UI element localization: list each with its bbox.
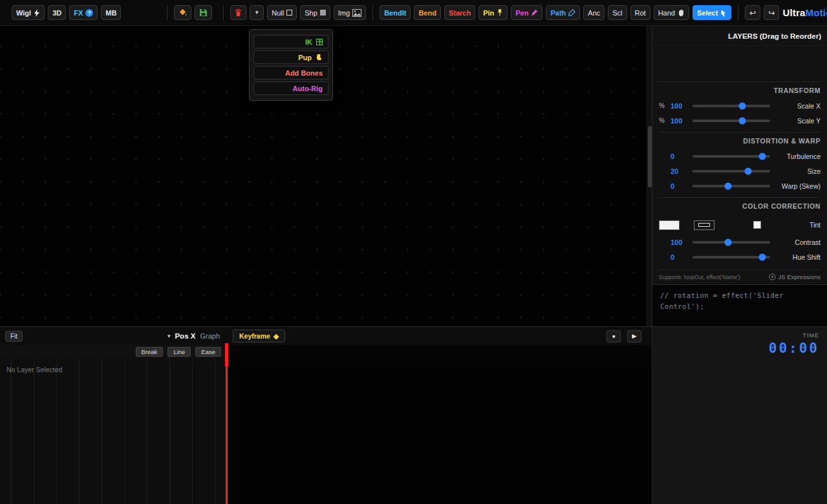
keyframe-diamond-icon: ◆	[274, 332, 279, 340]
anchor-label: Anc	[588, 9, 600, 17]
3d-button[interactable]: 3D	[48, 5, 66, 20]
fit-button[interactable]: Fit	[5, 331, 23, 342]
slider-value: 0	[671, 152, 687, 160]
help-icon: ?	[85, 9, 93, 17]
tint-color-swatch-dark[interactable]	[694, 220, 714, 230]
rotate-tool-button[interactable]: Rot	[630, 5, 650, 20]
js-expressions-icon	[769, 273, 776, 280]
slider-label: Turbulence	[775, 152, 821, 160]
ease-button[interactable]: Ease	[195, 347, 221, 357]
delete-button[interactable]	[230, 5, 246, 20]
slider-prefix: %	[659, 117, 665, 124]
outline-square-icon	[286, 10, 292, 16]
slider-thumb[interactable]	[745, 167, 752, 174]
slider-thumb[interactable]	[738, 102, 746, 109]
starch-button[interactable]: Starch	[444, 5, 475, 20]
playhead-line[interactable]	[226, 343, 228, 504]
layer-dropdown-button[interactable]: ▼	[250, 5, 264, 20]
add-bones-label: Add Bones	[285, 69, 323, 77]
slider-track[interactable]	[693, 170, 770, 173]
pen-label: Pen	[515, 9, 528, 17]
tint-checkbox[interactable]	[753, 221, 761, 229]
slider-row-size: 20 Size	[659, 163, 821, 178]
slider-row-scale-x: % 100 Scale X	[659, 98, 821, 113]
scale-tool-button[interactable]: Scl	[608, 5, 627, 20]
fx-button[interactable]: FX ?	[69, 5, 98, 20]
stop-button[interactable]: ■	[607, 330, 621, 342]
graph-editor: No Layer Selected	[0, 358, 652, 504]
canvas-scrollbar[interactable]	[647, 26, 652, 326]
menu-item-ik[interactable]: IK	[253, 35, 328, 48]
hand-icon	[678, 9, 685, 17]
slider-thumb[interactable]	[725, 238, 732, 246]
pin-button[interactable]: Pin	[478, 5, 508, 20]
slider-track[interactable]	[693, 155, 770, 158]
graph-grid-area[interactable]: No Layer Selected	[0, 358, 226, 504]
slider-row-scale-y: % 100 Scale Y	[659, 113, 821, 128]
slider-label: Size	[775, 167, 821, 175]
add-keyframe-button[interactable]: Keyframe ◆	[233, 330, 285, 342]
path-pen-icon	[568, 9, 575, 16]
slider-track[interactable]	[693, 185, 770, 187]
save-button[interactable]	[195, 5, 212, 20]
shape-label: Shp	[305, 9, 317, 17]
mb-button[interactable]: MB	[101, 5, 121, 20]
anchor-button[interactable]: Anc	[583, 5, 605, 20]
js-expressions-badge: JS Expressions	[769, 273, 821, 280]
null-object-button[interactable]: Null	[267, 5, 297, 20]
timeline-header-right: Keyframe ◆ ■ ▶	[226, 327, 652, 345]
interpolation-buttons: Break Line Ease	[0, 345, 226, 358]
starch-label: Starch	[449, 9, 471, 17]
hand-tool-button[interactable]: Hand	[654, 5, 689, 20]
fx-label: FX	[74, 9, 83, 17]
slider-label: Hue Shift	[775, 253, 821, 261]
composition-canvas[interactable]: IK Pup Add Bones Auto-Rig	[0, 26, 647, 326]
slider-value: 100	[671, 102, 687, 110]
play-button[interactable]: ▶	[627, 330, 641, 342]
slider-thumb[interactable]	[725, 182, 732, 189]
tint-color-swatch-light[interactable]	[659, 220, 680, 230]
timeline-track-area[interactable]	[226, 358, 652, 504]
wiggle-button[interactable]: Wigl	[12, 5, 45, 20]
menu-item-puppet[interactable]: Pup	[253, 50, 328, 64]
shape-button[interactable]: Shp	[300, 5, 330, 20]
slider-track[interactable]	[693, 241, 770, 244]
undo-button[interactable]: ↩	[745, 5, 760, 20]
expression-code-editor[interactable]: // rotation = effect('Slider Control');	[652, 284, 827, 331]
line-button[interactable]: Line	[167, 347, 191, 357]
slider-track[interactable]	[693, 120, 770, 122]
break-button[interactable]: Break	[136, 347, 164, 357]
timeline-ruler-strip[interactable]	[226, 345, 652, 358]
slider-track[interactable]	[693, 256, 770, 258]
property-dropdown-caret-icon[interactable]: ▾	[167, 333, 171, 339]
bendit-button[interactable]: BendIt	[380, 5, 411, 20]
property-dropdown[interactable]: Pos X	[175, 332, 195, 340]
slider-thumb[interactable]	[759, 253, 766, 260]
pen-button[interactable]: Pen	[511, 5, 542, 20]
pin-label: Pin	[483, 9, 494, 17]
path-button[interactable]: Path	[546, 5, 580, 20]
expressions-supports-text: Supports: loopOut, effect('Name')	[659, 274, 740, 280]
stop-icon: ■	[612, 334, 615, 339]
chevron-down-icon: ▼	[254, 10, 259, 16]
effect-controls: TRANSFORM % 100 Scale X % 100 Scale Y DI…	[652, 78, 827, 331]
select-tool-button[interactable]: Select	[693, 5, 731, 20]
menu-item-add-bones[interactable]: Add Bones	[253, 66, 328, 79]
cursor-arrow-icon	[720, 9, 727, 17]
image-button[interactable]: Img	[334, 5, 366, 20]
slider-track[interactable]	[693, 105, 770, 107]
menu-item-auto-rig[interactable]: Auto-Rig	[253, 81, 328, 95]
slider-thumb[interactable]	[759, 152, 766, 160]
bend-button[interactable]: Bend	[414, 5, 441, 20]
graph-label: Graph	[200, 332, 220, 340]
fill-bucket-button[interactable]	[174, 5, 191, 20]
redo-button[interactable]: ↪	[764, 5, 779, 20]
slider-value: 100	[671, 117, 687, 125]
slider-thumb[interactable]	[738, 117, 746, 124]
image-label: Img	[338, 9, 350, 17]
timeline-header: Fit ▾ Pos X Graph Keyframe ◆ ■ ▶	[0, 327, 652, 345]
filled-square-icon	[320, 10, 326, 16]
slider-value: 20	[671, 167, 687, 175]
bend-label: Bend	[418, 9, 436, 17]
slider-label: Scale X	[775, 102, 821, 110]
